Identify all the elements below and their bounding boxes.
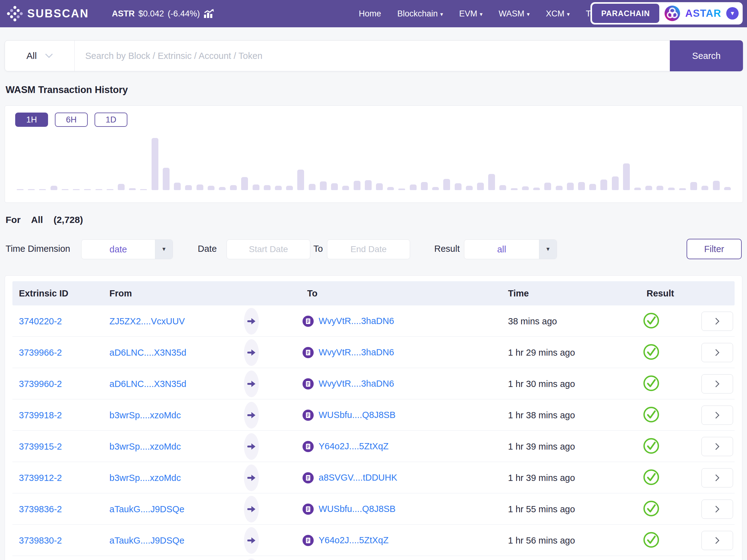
chart-bar <box>578 182 585 190</box>
extrinsic-id-link[interactable]: 3740220-2 <box>19 316 62 326</box>
chart-bar <box>152 138 158 190</box>
chart-bar <box>17 189 24 190</box>
chart-bar <box>645 186 652 190</box>
col-extrinsic-id: Extrinsic ID <box>19 288 69 299</box>
to-account-link[interactable]: WvyVtR....3haDN6 <box>319 347 394 358</box>
to-account-link[interactable]: WUSbfu....Q8J8SB <box>319 504 395 514</box>
arrow-right-icon <box>247 380 256 388</box>
chart-bar <box>320 181 327 190</box>
extrinsic-id-link[interactable]: 3739915-2 <box>19 441 62 452</box>
chart-bar <box>208 186 214 190</box>
contract-icon <box>303 347 314 358</box>
to-account-link[interactable]: WvyVtR....3haDN6 <box>319 379 394 389</box>
filter-button[interactable]: Filter <box>687 239 742 259</box>
subscan-logo-icon <box>7 6 23 22</box>
nav-item-blockchain[interactable]: Blockchain ▾ <box>397 9 443 19</box>
arrow-right-icon <box>247 349 256 356</box>
time-ago: 1 hr 56 mins ago <box>508 535 575 545</box>
chart-bar <box>275 186 282 190</box>
contract-icon <box>303 316 314 327</box>
extrinsic-id-link[interactable]: 3739918-2 <box>19 410 62 420</box>
success-check-icon <box>643 500 660 518</box>
chart-bar <box>84 189 91 190</box>
row-detail-button[interactable] <box>701 500 733 519</box>
row-detail-button[interactable] <box>701 437 733 456</box>
subscan-logo[interactable]: SUBSCAN <box>7 6 89 22</box>
search-button[interactable]: Search <box>670 40 743 71</box>
extrinsic-id-link[interactable]: 3739830-2 <box>19 535 62 545</box>
summary-count: (2,728) <box>54 214 83 225</box>
price-chart-icon[interactable] <box>204 9 214 18</box>
time-dimension-select[interactable]: date ▼ <box>81 239 173 259</box>
contract-icon <box>303 441 314 452</box>
nav-item-home[interactable]: Home <box>359 9 381 19</box>
chart-bar <box>544 183 551 190</box>
row-detail-button[interactable] <box>701 312 733 331</box>
chart-bar <box>354 181 360 190</box>
chart-bar <box>331 183 338 190</box>
contract-icon <box>303 472 314 483</box>
from-account-link[interactable]: aD6LNC....X3N35d <box>109 379 186 389</box>
row-detail-button[interactable] <box>701 343 733 362</box>
time-ago: 1 hr 38 mins ago <box>508 410 575 420</box>
to-account-link[interactable]: Y64o2J....5ZtXqZ <box>319 441 389 452</box>
chevron-right-icon <box>715 380 719 388</box>
extrinsic-id-link[interactable]: 3739966-2 <box>19 347 62 358</box>
end-date-input[interactable] <box>327 239 410 259</box>
from-account-link[interactable]: aD6LNC....X3N35d <box>109 347 186 358</box>
network-chevron-down-icon[interactable]: ▼ <box>726 7 739 20</box>
chart-bar <box>634 187 641 190</box>
contract-icon <box>303 410 314 421</box>
result-select[interactable]: all ▼ <box>464 239 557 259</box>
search-input[interactable] <box>75 41 670 71</box>
nav-item-wasm[interactable]: WASM ▾ <box>499 9 530 19</box>
from-account-link[interactable]: b3wrSp....xzoMdc <box>109 441 181 452</box>
chart-bar <box>533 187 540 190</box>
contract-icon <box>303 535 314 546</box>
chart-bar <box>230 185 237 190</box>
token-price-block: ASTR $0.042 (-6.44%) <box>112 9 214 19</box>
from-account-link[interactable]: aTaukG....J9DSQe <box>109 535 184 545</box>
chevron-right-icon <box>715 411 719 419</box>
row-detail-button[interactable] <box>701 468 733 487</box>
from-account-link[interactable]: b3wrSp....xzoMdc <box>109 473 181 483</box>
network-switcher: PARACHAIN ASTAR ▼ <box>590 2 743 25</box>
extrinsic-id-link[interactable]: 3739960-2 <box>19 379 62 389</box>
to-account-link[interactable]: Y64o2J....5ZtXqZ <box>319 535 389 545</box>
chart-bar <box>668 187 675 190</box>
chart-bar <box>185 185 192 190</box>
chart-bar <box>432 187 439 190</box>
to-account-link[interactable]: WUSbfu....Q8J8SB <box>319 410 395 420</box>
to-account-link[interactable]: WvyVtR....3haDN6 <box>319 316 394 326</box>
from-account-link[interactable]: b3wrSp....xzoMdc <box>109 410 181 420</box>
chart-bar <box>398 188 405 190</box>
table-row: 3740220-2 ZJ5ZX2....VcxUUV WvyVtR....3ha… <box>5 305 742 337</box>
search-category-select[interactable]: All <box>5 41 75 71</box>
table-row: 3739915-2 b3wrSp....xzoMdc Y64o2J....5Zt… <box>5 431 742 462</box>
col-result: Result <box>647 288 674 299</box>
arrow-right-icon <box>247 505 256 513</box>
to-account-link[interactable]: a8SVGV....tDDUHK <box>319 473 397 483</box>
extrinsic-id-link[interactable]: 3739912-2 <box>19 473 62 483</box>
volume-bar-chart <box>17 118 731 190</box>
nav-item-evm[interactable]: EVM ▾ <box>459 9 483 19</box>
success-check-icon <box>643 437 660 456</box>
row-detail-button[interactable] <box>701 374 733 393</box>
arrow-right-icon <box>247 474 256 482</box>
time-ago: 38 mins ago <box>508 316 557 326</box>
chart-bar <box>39 189 46 190</box>
chart-bar <box>365 180 371 190</box>
extrinsic-id-link[interactable]: 3739836-2 <box>19 504 62 514</box>
from-account-link[interactable]: aTaukG....J9DSQe <box>109 504 184 514</box>
row-detail-button[interactable] <box>701 531 733 550</box>
table-row <box>5 556 742 560</box>
chevron-right-icon <box>715 317 719 325</box>
nav-item-xcm[interactable]: XCM ▾ <box>546 9 570 19</box>
from-account-link[interactable]: ZJ5ZX2....VcxUUV <box>109 316 185 326</box>
success-check-icon <box>643 312 660 330</box>
arrow-right-icon <box>247 443 256 450</box>
row-detail-button[interactable] <box>701 406 733 425</box>
parachain-button[interactable]: PARACHAIN <box>592 4 659 23</box>
chart-bar <box>241 177 248 190</box>
start-date-input[interactable] <box>227 239 310 259</box>
